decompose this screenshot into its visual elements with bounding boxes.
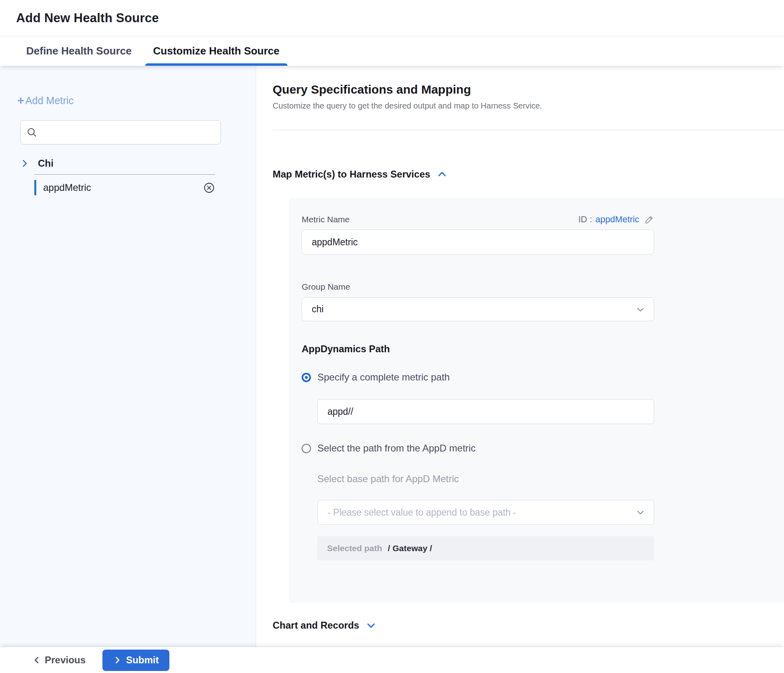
dialog-footer: Previous Submit xyxy=(0,647,784,673)
page-title: Add New Health Source xyxy=(16,11,159,25)
radio-specify-metric-path[interactable]: Specify a complete metric path xyxy=(302,372,784,383)
dialog-body: + Add Metric Chi xyxy=(0,66,784,647)
add-health-source-dialog: Add New Health Source Define Health Sour… xyxy=(0,0,784,673)
selected-path-value: / Gateway / xyxy=(388,543,432,553)
radio-unselected-icon[interactable] xyxy=(302,444,311,453)
chevron-right-icon xyxy=(20,159,29,168)
chevron-down-icon xyxy=(635,507,646,518)
panel-subtitle: Customize the query to get the desired o… xyxy=(273,101,784,111)
submit-button[interactable]: Submit xyxy=(102,650,169,671)
chevron-right-icon xyxy=(113,656,122,665)
chart-and-records-toggle[interactable]: Chart and Records xyxy=(273,620,784,631)
plus-icon: + xyxy=(17,95,24,107)
base-path-placeholder: - Please select value to append to base … xyxy=(327,507,635,518)
base-path-label: Select base path for AppD Metric xyxy=(317,473,784,485)
radio-selected-icon[interactable] xyxy=(302,373,311,382)
id-label: ID : xyxy=(578,214,592,225)
panel-divider xyxy=(273,130,784,130)
id-value-link[interactable]: appdMetric xyxy=(595,214,639,225)
tab-bar: Define Health Source Customize Health So… xyxy=(0,36,784,66)
metric-group-chi[interactable]: Chi xyxy=(0,157,256,170)
selected-indicator-bar xyxy=(34,180,36,195)
radio-select-appd-path[interactable]: Select the path from the AppD metric xyxy=(302,443,784,454)
panel-title: Query Specifications and Mapping xyxy=(273,83,784,96)
metric-search xyxy=(20,120,221,144)
previous-label: Previous xyxy=(45,654,85,666)
map-metrics-section-title: Map Metric(s) to Harness Services xyxy=(273,169,430,180)
chevron-down-icon xyxy=(635,304,646,315)
metrics-sidebar: + Add Metric Chi xyxy=(0,66,256,647)
query-spec-panel: Query Specifications and Mapping Customi… xyxy=(256,66,784,647)
metric-list-item-appdmetric[interactable]: appdMetric xyxy=(34,179,215,196)
metric-item-label: appdMetric xyxy=(43,182,91,193)
group-name-value: chi xyxy=(312,304,635,315)
group-name: Chi xyxy=(38,158,54,169)
metric-name-input[interactable] xyxy=(302,230,654,255)
dialog-header: Add New Health Source xyxy=(0,0,784,36)
search-input[interactable] xyxy=(42,127,215,138)
group-name-label: Group Name xyxy=(302,282,784,292)
radio-specify-label: Specify a complete metric path xyxy=(317,372,450,383)
chevron-down-icon xyxy=(366,620,376,631)
chevron-left-icon xyxy=(32,656,41,665)
search-icon xyxy=(26,127,38,138)
metric-path-input[interactable] xyxy=(317,399,654,424)
group-name-select[interactable]: chi xyxy=(302,297,654,321)
tab-define-health-source[interactable]: Define Health Source xyxy=(25,36,133,66)
appdynamics-path-heading: AppDynamics Path xyxy=(302,343,784,355)
delete-metric-icon[interactable] xyxy=(203,182,215,194)
selected-path-label: Selected path xyxy=(327,543,382,553)
selected-path-bar: Selected path / Gateway / xyxy=(317,536,654,560)
submit-label: Submit xyxy=(126,654,158,666)
sidebar-divider xyxy=(34,174,215,175)
base-path-select[interactable]: - Please select value to append to base … xyxy=(317,500,654,525)
add-metric-button[interactable]: + Add Metric xyxy=(0,95,256,107)
metric-mapping-card: Metric Name ID : appdMetric Group Nam xyxy=(289,198,784,603)
metric-name-label-row: Metric Name ID : appdMetric xyxy=(302,214,654,225)
map-metrics-section-toggle[interactable]: Map Metric(s) to Harness Services xyxy=(273,169,784,180)
edit-id-icon[interactable] xyxy=(644,215,654,225)
chart-and-records-label: Chart and Records xyxy=(273,620,359,631)
metric-id-row: ID : appdMetric xyxy=(578,214,654,225)
metric-name-label: Metric Name xyxy=(302,215,350,224)
previous-button[interactable]: Previous xyxy=(32,654,85,666)
add-metric-label: Add Metric xyxy=(25,95,73,107)
tab-customize-health-source[interactable]: Customize Health Source xyxy=(152,36,281,66)
radio-select-label: Select the path from the AppD metric xyxy=(317,443,475,454)
chevron-up-icon xyxy=(437,169,447,180)
